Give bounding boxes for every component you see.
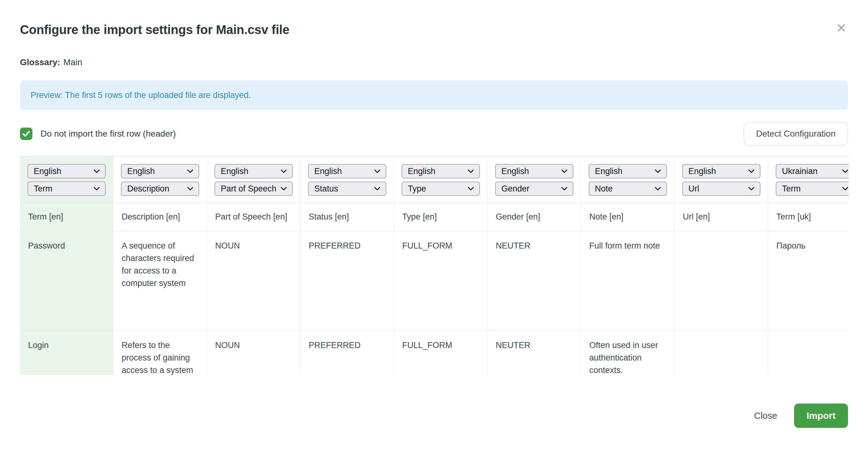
modal-title: Configure the import settings for Main.c… xyxy=(20,22,289,37)
table-column: English Term Term [en] Password Login xyxy=(20,156,114,375)
table-cell xyxy=(768,331,849,375)
field-type-select[interactable]: Term xyxy=(776,181,849,196)
field-type-select[interactable]: Url xyxy=(682,181,761,196)
table-cell: NEUTER xyxy=(488,231,581,331)
glossary-line: Glossary:Main xyxy=(20,57,848,67)
column-header-cell: Description [en] xyxy=(114,203,207,231)
column-header-cell: Url [en] xyxy=(675,203,768,231)
chevron-down-icon xyxy=(561,169,568,173)
column-config-cell: English Part of Speech xyxy=(207,156,300,203)
import-button[interactable]: Import xyxy=(794,403,848,428)
chevron-down-icon xyxy=(842,186,849,191)
table-cell xyxy=(675,231,768,331)
language-select[interactable]: English xyxy=(682,164,761,178)
field-type-select[interactable]: Status xyxy=(308,181,386,196)
preview-table: English Term Term [en] Password Login En… xyxy=(20,156,849,375)
field-type-select[interactable]: Type xyxy=(402,181,480,196)
table-cell: NOUN xyxy=(207,231,300,331)
chevron-down-icon xyxy=(748,169,755,173)
table-column: English Status Status [en] PREFERRED PRE… xyxy=(301,156,394,375)
chevron-down-icon xyxy=(842,169,849,173)
table-cell: NOUN xyxy=(207,331,300,375)
checkmark-icon xyxy=(22,129,31,139)
close-button[interactable]: Close xyxy=(754,411,777,421)
skip-header-checkbox-row[interactable]: Do not import the first row (header) xyxy=(20,127,176,140)
preview-notice-banner: Preview: The first 5 rows of the uploade… xyxy=(20,81,848,110)
column-config-cell: English Status xyxy=(301,156,394,203)
column-config-cell: English Url xyxy=(675,156,768,203)
table-column: English Part of Speech Part of Speech [e… xyxy=(207,156,301,375)
checkbox-checked-icon[interactable] xyxy=(20,127,32,140)
chevron-down-icon xyxy=(93,169,100,173)
column-header-cell: Status [en] xyxy=(301,203,394,231)
detect-configuration-button[interactable]: Detect Configuration xyxy=(744,122,848,146)
field-type-select[interactable]: Description xyxy=(121,181,199,196)
close-icon[interactable]: × xyxy=(834,21,848,34)
chevron-down-icon xyxy=(374,169,381,173)
language-select[interactable]: English xyxy=(495,164,574,178)
chevron-down-icon xyxy=(467,169,474,173)
chevron-down-icon xyxy=(561,186,568,191)
skip-header-checkbox-label: Do not import the first row (header) xyxy=(40,129,176,139)
table-column: English Description Description [en] A s… xyxy=(114,156,207,375)
table-cell xyxy=(675,331,768,375)
column-config-cell: English Gender xyxy=(488,156,581,203)
modal-header: Configure the import settings for Main.c… xyxy=(20,0,848,37)
chevron-down-icon xyxy=(93,186,100,191)
table-cell: Full form term note xyxy=(581,231,674,331)
table-cell: Пароль xyxy=(768,231,849,331)
glossary-label: Glossary: xyxy=(20,57,60,67)
field-type-select[interactable]: Note xyxy=(589,181,667,196)
table-column: English Url Url [en] xyxy=(675,156,768,375)
chevron-down-icon xyxy=(187,169,194,173)
field-type-select[interactable]: Term xyxy=(27,181,106,196)
table-cell: Password xyxy=(20,231,113,331)
table-cell: A sequence of characters required for ac… xyxy=(114,231,207,331)
table-column: English Note Note [en] Full form term no… xyxy=(581,156,675,375)
chevron-down-icon xyxy=(748,186,755,191)
field-type-select[interactable]: Gender xyxy=(495,181,574,196)
table-column: Ukrainian Term Term [uk] Пароль xyxy=(768,156,849,375)
table-cell: Often used in user authentication contex… xyxy=(581,331,674,375)
language-select[interactable]: English xyxy=(121,164,199,178)
chevron-down-icon xyxy=(187,186,194,191)
table-cell: FULL_FORM xyxy=(394,331,487,375)
table-cell: Login xyxy=(20,331,113,375)
column-config-cell: English Term xyxy=(20,156,113,203)
column-header-cell: Note [en] xyxy=(581,203,674,231)
column-header-cell: Term [en] xyxy=(20,203,113,231)
controls-row: Do not import the first row (header) Det… xyxy=(20,122,848,146)
table-cell: NEUTER xyxy=(488,331,581,375)
language-select[interactable]: English xyxy=(402,164,480,178)
language-select[interactable]: English xyxy=(215,164,293,178)
table-cell: PREFERRED xyxy=(301,231,394,331)
chevron-down-icon xyxy=(654,169,661,173)
column-header-cell: Part of Speech [en] xyxy=(207,203,300,231)
language-select[interactable]: Ukrainian xyxy=(776,164,849,178)
column-config-cell: English Description xyxy=(114,156,207,203)
language-select[interactable]: English xyxy=(308,164,386,178)
column-config-cell: English Type xyxy=(394,156,487,203)
column-header-cell: Type [en] xyxy=(394,203,487,231)
preview-notice-text: Preview: The first 5 rows of the uploade… xyxy=(31,90,251,100)
import-settings-modal: Configure the import settings for Main.c… xyxy=(0,0,868,450)
language-select[interactable]: English xyxy=(589,164,667,178)
language-select[interactable]: English xyxy=(27,164,106,178)
table-column: English Gender Gender [en] NEUTER NEUTER xyxy=(488,156,581,375)
table-cell: FULL_FORM xyxy=(394,231,487,331)
chevron-down-icon xyxy=(280,169,287,173)
modal-footer: Close Import xyxy=(20,403,848,428)
chevron-down-icon xyxy=(654,186,661,191)
table-cell: PREFERRED xyxy=(301,331,394,375)
glossary-value: Main xyxy=(63,57,82,67)
chevron-down-icon xyxy=(280,186,287,191)
chevron-down-icon xyxy=(467,186,474,191)
table-cell: Refers to the process of gaining access … xyxy=(114,331,207,375)
table-column: English Type Type [en] FULL_FORM FULL_FO… xyxy=(394,156,488,375)
column-config-cell: Ukrainian Term xyxy=(768,156,849,203)
chevron-down-icon xyxy=(374,186,381,191)
field-type-select[interactable]: Part of Speech xyxy=(215,181,293,196)
column-header-cell: Gender [en] xyxy=(488,203,581,231)
column-header-cell: Term [uk] xyxy=(768,203,849,231)
column-config-cell: English Note xyxy=(581,156,674,203)
